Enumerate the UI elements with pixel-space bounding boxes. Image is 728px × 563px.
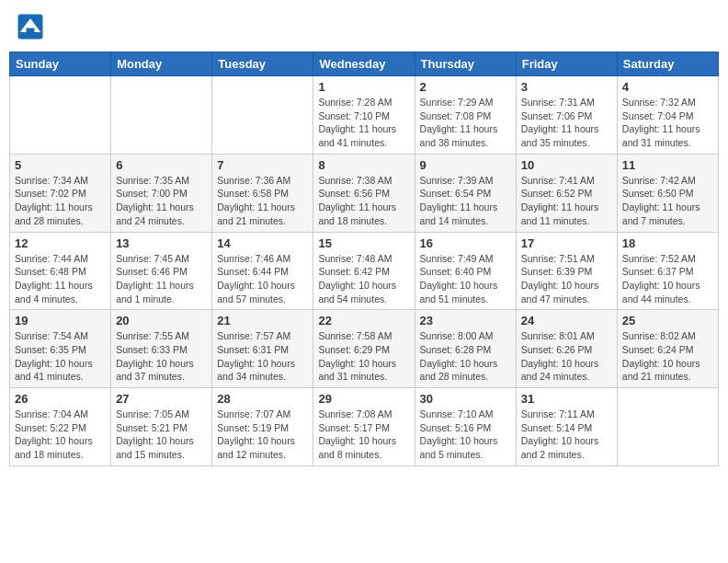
calendar-cell: 15Sunrise: 7:48 AM Sunset: 6:42 PM Dayli… [313,232,415,310]
day-number: 29 [318,392,409,406]
day-info: Sunrise: 8:00 AM Sunset: 6:28 PM Dayligh… [420,329,511,384]
day-number: 6 [116,158,207,172]
calendar-cell: 21Sunrise: 7:57 AM Sunset: 6:31 PM Dayli… [212,310,313,388]
day-number: 9 [420,158,511,172]
calendar-cell: 12Sunrise: 7:44 AM Sunset: 6:48 PM Dayli… [10,232,111,310]
day-number: 10 [521,158,612,172]
day-info: Sunrise: 7:07 AM Sunset: 5:19 PM Dayligh… [217,408,308,462]
day-info: Sunrise: 7:44 AM Sunset: 6:48 PM Dayligh… [15,252,106,306]
day-info: Sunrise: 7:45 AM Sunset: 6:46 PM Dayligh… [116,252,207,306]
day-info: Sunrise: 7:35 AM Sunset: 7:00 PM Dayligh… [116,174,207,228]
calendar-week-3: 12Sunrise: 7:44 AM Sunset: 6:48 PM Dayli… [10,232,719,310]
day-info: Sunrise: 7:10 AM Sunset: 5:16 PM Dayligh… [420,408,511,462]
calendar-cell: 2Sunrise: 7:29 AM Sunset: 7:08 PM Daylig… [415,76,516,155]
column-header-wednesday: Wednesday [313,52,415,76]
calendar-cell: 26Sunrise: 7:04 AM Sunset: 5:22 PM Dayli… [10,388,111,466]
day-number: 18 [622,236,713,250]
logo [17,13,48,40]
page-header [9,9,719,44]
column-header-friday: Friday [516,52,617,76]
day-number: 1 [318,80,409,94]
day-number: 4 [622,80,713,94]
calendar-cell: 9Sunrise: 7:39 AM Sunset: 6:54 PM Daylig… [415,154,516,232]
day-info: Sunrise: 7:08 AM Sunset: 5:17 PM Dayligh… [318,408,409,462]
day-info: Sunrise: 7:05 AM Sunset: 5:21 PM Dayligh… [116,408,207,462]
day-number: 27 [116,392,207,406]
calendar-cell: 7Sunrise: 7:36 AM Sunset: 6:58 PM Daylig… [212,154,313,232]
day-number: 24 [521,314,612,327]
calendar-cell: 6Sunrise: 7:35 AM Sunset: 7:00 PM Daylig… [111,154,212,232]
calendar-cell [111,76,212,155]
calendar-cell: 17Sunrise: 7:51 AM Sunset: 6:39 PM Dayli… [516,232,617,310]
calendar-cell: 1Sunrise: 7:28 AM Sunset: 7:10 PM Daylig… [313,76,415,155]
calendar-cell: 16Sunrise: 7:49 AM Sunset: 6:40 PM Dayli… [415,232,516,310]
column-header-monday: Monday [111,52,212,76]
day-info: Sunrise: 7:57 AM Sunset: 6:31 PM Dayligh… [217,329,308,384]
calendar-cell: 19Sunrise: 7:54 AM Sunset: 6:35 PM Dayli… [10,310,111,388]
calendar-cell: 30Sunrise: 7:10 AM Sunset: 5:16 PM Dayli… [415,388,516,466]
column-header-thursday: Thursday [415,52,516,76]
day-number: 23 [420,314,511,327]
day-number: 19 [15,314,106,327]
day-number: 3 [521,80,612,94]
calendar-cell: 23Sunrise: 8:00 AM Sunset: 6:28 PM Dayli… [415,310,516,388]
calendar-cell: 11Sunrise: 7:42 AM Sunset: 6:50 PM Dayli… [617,154,718,232]
day-number: 14 [217,236,308,250]
calendar-cell: 8Sunrise: 7:38 AM Sunset: 6:56 PM Daylig… [313,154,415,232]
calendar-cell: 13Sunrise: 7:45 AM Sunset: 6:46 PM Dayli… [111,232,212,310]
day-number: 11 [622,158,713,172]
day-number: 26 [15,392,106,406]
day-number: 12 [15,236,106,250]
calendar-cell: 5Sunrise: 7:34 AM Sunset: 7:02 PM Daylig… [10,154,111,232]
day-info: Sunrise: 7:28 AM Sunset: 7:10 PM Dayligh… [318,96,409,150]
day-number: 13 [116,236,207,250]
day-info: Sunrise: 7:42 AM Sunset: 6:50 PM Dayligh… [622,174,713,228]
calendar-week-2: 5Sunrise: 7:34 AM Sunset: 7:02 PM Daylig… [10,154,719,232]
calendar-cell: 20Sunrise: 7:55 AM Sunset: 6:33 PM Dayli… [111,310,212,388]
day-number: 30 [420,392,511,406]
calendar-cell: 29Sunrise: 7:08 AM Sunset: 5:17 PM Dayli… [313,388,415,466]
day-info: Sunrise: 7:49 AM Sunset: 6:40 PM Dayligh… [420,252,511,306]
day-number: 21 [217,314,308,327]
day-info: Sunrise: 7:11 AM Sunset: 5:14 PM Dayligh… [521,408,612,462]
day-number: 16 [420,236,511,250]
calendar-table: SundayMondayTuesdayWednesdayThursdayFrid… [9,52,719,466]
column-header-tuesday: Tuesday [212,52,313,76]
day-info: Sunrise: 7:51 AM Sunset: 6:39 PM Dayligh… [521,252,612,306]
day-info: Sunrise: 7:38 AM Sunset: 6:56 PM Dayligh… [318,174,409,228]
calendar-cell: 14Sunrise: 7:46 AM Sunset: 6:44 PM Dayli… [212,232,313,310]
svg-rect-2 [27,29,35,34]
day-number: 8 [318,158,409,172]
logo-icon [17,13,44,40]
calendar-cell [212,76,313,155]
day-info: Sunrise: 7:46 AM Sunset: 6:44 PM Dayligh… [217,252,308,306]
day-info: Sunrise: 7:39 AM Sunset: 6:54 PM Dayligh… [420,174,511,228]
day-info: Sunrise: 7:58 AM Sunset: 6:29 PM Dayligh… [318,329,409,384]
calendar-cell: 25Sunrise: 8:02 AM Sunset: 6:24 PM Dayli… [617,310,718,388]
day-number: 7 [217,158,308,172]
day-info: Sunrise: 7:41 AM Sunset: 6:52 PM Dayligh… [521,174,612,228]
day-number: 2 [420,80,511,94]
day-info: Sunrise: 7:04 AM Sunset: 5:22 PM Dayligh… [15,408,106,462]
day-number: 20 [116,314,207,327]
day-info: Sunrise: 7:29 AM Sunset: 7:08 PM Dayligh… [420,96,511,150]
calendar-cell [10,76,111,155]
day-info: Sunrise: 7:52 AM Sunset: 6:37 PM Dayligh… [622,252,713,306]
calendar-cell: 27Sunrise: 7:05 AM Sunset: 5:21 PM Dayli… [111,388,212,466]
day-info: Sunrise: 7:34 AM Sunset: 7:02 PM Dayligh… [15,174,106,228]
calendar-cell: 4Sunrise: 7:32 AM Sunset: 7:04 PM Daylig… [617,76,718,155]
calendar-cell: 24Sunrise: 8:01 AM Sunset: 6:26 PM Dayli… [516,310,617,388]
day-info: Sunrise: 7:48 AM Sunset: 6:42 PM Dayligh… [318,252,409,306]
day-info: Sunrise: 8:01 AM Sunset: 6:26 PM Dayligh… [521,329,612,384]
column-header-sunday: Sunday [10,52,111,76]
calendar-week-5: 26Sunrise: 7:04 AM Sunset: 5:22 PM Dayli… [10,388,719,466]
day-number: 25 [622,314,713,327]
calendar-cell: 18Sunrise: 7:52 AM Sunset: 6:37 PM Dayli… [617,232,718,310]
calendar-week-1: 1Sunrise: 7:28 AM Sunset: 7:10 PM Daylig… [10,76,719,155]
day-number: 22 [318,314,409,327]
calendar-week-4: 19Sunrise: 7:54 AM Sunset: 6:35 PM Dayli… [10,310,719,388]
day-number: 17 [521,236,612,250]
day-info: Sunrise: 7:36 AM Sunset: 6:58 PM Dayligh… [217,174,308,228]
calendar-cell: 22Sunrise: 7:58 AM Sunset: 6:29 PM Dayli… [313,310,415,388]
calendar-cell [617,388,718,466]
